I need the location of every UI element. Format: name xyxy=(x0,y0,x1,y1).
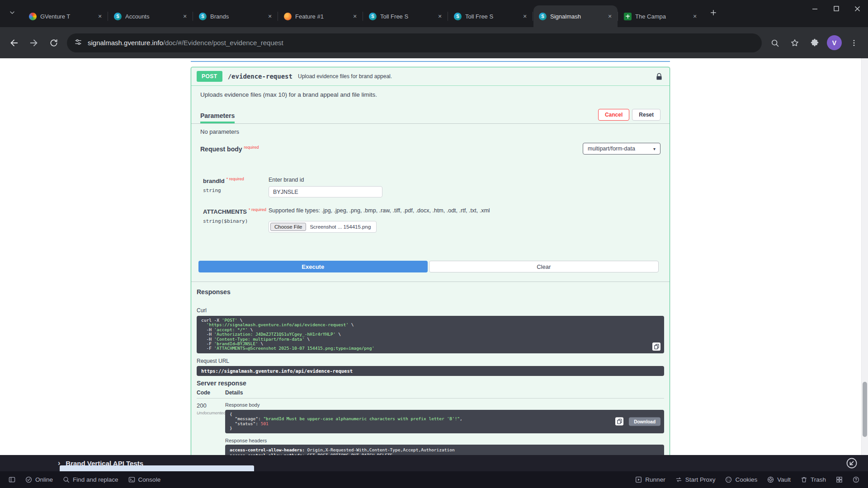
download-button[interactable]: Download xyxy=(629,417,660,426)
signalmash-favicon: S xyxy=(539,13,547,20)
tab-brands[interactable]: SBrands✕ xyxy=(193,5,278,27)
status-label: Vault xyxy=(777,476,791,483)
param-description: Supported file types: .jpg, .jpeg, .png,… xyxy=(269,207,670,214)
tab-close-button[interactable]: ✕ xyxy=(606,12,614,20)
tab-close-button[interactable]: ✕ xyxy=(691,12,699,20)
sheet-favicon xyxy=(624,13,632,20)
request-body-header: Request bodyrequired multipart/form-data… xyxy=(191,142,670,155)
status-grid[interactable] xyxy=(831,471,848,488)
tab-close-button[interactable]: ✕ xyxy=(266,12,274,20)
tab-close-button[interactable]: ✕ xyxy=(351,12,359,20)
tab-close-button[interactable]: ✕ xyxy=(96,12,104,20)
response-body-block: { "message": "brandId Must be upper-case… xyxy=(225,410,664,433)
brandid-input[interactable] xyxy=(269,186,382,197)
bookmark-star-button[interactable] xyxy=(785,33,804,52)
cookie-icon xyxy=(725,476,732,483)
tab-parameters[interactable]: Parameters xyxy=(200,112,235,123)
previous-block-edge xyxy=(191,58,670,62)
tab-accounts[interactable]: SAccounts✕ xyxy=(108,5,193,27)
execute-button[interactable]: Execute xyxy=(198,261,428,272)
signalmash-favicon: S xyxy=(114,13,122,20)
file-input[interactable]: Choose File Screenshot ... 154415.png xyxy=(269,221,377,233)
tab-gventure-t[interactable]: GVenture T✕ xyxy=(24,5,108,27)
trash-icon xyxy=(801,476,807,483)
tab-toll-free-s[interactable]: SToll Free S✕ xyxy=(448,5,533,27)
scrollbar[interactable] xyxy=(861,58,868,455)
minimize-button[interactable] xyxy=(804,0,826,17)
copy-curl-button[interactable] xyxy=(652,343,660,351)
status-cookies[interactable]: Cookies xyxy=(720,471,762,488)
grid-icon xyxy=(836,476,843,483)
reset-button[interactable]: Reset xyxy=(632,109,660,121)
clear-button[interactable]: Clear xyxy=(429,261,659,272)
response-table-header: Code Details xyxy=(197,389,664,399)
tab-feature-1[interactable]: Feature #1✕ xyxy=(278,5,363,27)
circle-arrow-icon[interactable] xyxy=(846,457,858,469)
param-name: brandId xyxy=(203,178,225,184)
url-text: signalmash.gventure.info/doc/#/Evidence/… xyxy=(88,39,283,47)
tab-title: Feature #1 xyxy=(295,13,347,20)
swagger-page: POST /evidence-request Upload evidence f… xyxy=(191,58,670,455)
opblock-summary[interactable]: POST /evidence-request Upload evidence f… xyxy=(191,67,670,86)
status-online[interactable]: Online xyxy=(20,471,58,488)
browser-content: POST /evidence-request Upload evidence f… xyxy=(0,58,868,455)
zoom-search-button[interactable] xyxy=(765,33,784,52)
request-url-label: Request URL xyxy=(197,358,664,364)
back-button[interactable] xyxy=(5,33,24,52)
vault-icon xyxy=(767,476,774,483)
plus-icon xyxy=(709,9,717,19)
proxy-icon xyxy=(675,476,682,483)
curl-label: Curl xyxy=(197,307,664,314)
browser-menu-button[interactable] xyxy=(844,33,863,52)
tab-search-button[interactable] xyxy=(5,6,20,21)
status-help[interactable] xyxy=(848,471,864,488)
content-type-select[interactable]: multipart/form-data ▾ xyxy=(583,143,660,155)
endpoint-path: /evidence-request xyxy=(228,73,292,80)
copy-response-button[interactable] xyxy=(615,418,623,426)
choose-file-button[interactable]: Choose File xyxy=(270,223,306,231)
lock-icon[interactable] xyxy=(656,73,662,80)
status-find-and-replace[interactable]: Find and replace xyxy=(58,471,123,488)
status-panel[interactable] xyxy=(4,471,20,488)
param-type: string($binary) xyxy=(203,218,269,224)
tab-title: GVenture T xyxy=(40,13,92,20)
postman-background-strip: › Brand Vertical API Tests xyxy=(0,455,868,471)
address-bar[interactable]: signalmash.gventure.info/doc/#/Evidence/… xyxy=(67,33,762,52)
profile-avatar[interactable]: V xyxy=(827,35,842,50)
postman-status-bar: OnlineFind and replaceConsole RunnerStar… xyxy=(0,471,868,488)
tab-close-button[interactable]: ✕ xyxy=(181,12,189,20)
request-url-value: https://signalmash.gventure.info/api/evi… xyxy=(197,366,664,376)
scrollbar-thumb[interactable] xyxy=(863,382,867,437)
status-label: Start Proxy xyxy=(685,476,716,483)
reload-button[interactable] xyxy=(44,33,63,52)
status-vault[interactable]: Vault xyxy=(762,471,796,488)
site-info-icon[interactable] xyxy=(74,38,82,48)
status-runner[interactable]: Runner xyxy=(630,471,670,488)
status-label: Runner xyxy=(645,476,665,483)
check-circle-icon xyxy=(25,476,32,483)
maximize-button[interactable] xyxy=(826,0,847,17)
status-label: Find and replace xyxy=(73,476,118,483)
status-console[interactable]: Console xyxy=(123,471,166,488)
window-controls xyxy=(804,0,868,17)
forward-button[interactable] xyxy=(24,33,43,52)
tab-the-campa[interactable]: The Campa✕ xyxy=(618,5,703,27)
close-window-button[interactable] xyxy=(847,0,868,17)
endpoint-description: Uploads evidence files (max 10) for a br… xyxy=(191,86,670,102)
tab-toll-free-s[interactable]: SToll Free S✕ xyxy=(363,5,448,27)
cancel-button[interactable]: Cancel xyxy=(598,109,629,121)
tab-close-button[interactable]: ✕ xyxy=(436,12,444,20)
extensions-button[interactable] xyxy=(805,33,824,52)
url-host: signalmash.gventure.info xyxy=(88,39,163,47)
new-tab-button[interactable] xyxy=(707,7,720,20)
status-start-proxy[interactable]: Start Proxy xyxy=(670,471,721,488)
postman-tab-strip xyxy=(60,465,254,471)
tab-close-button[interactable]: ✕ xyxy=(521,12,529,20)
gventure-favicon xyxy=(29,13,37,20)
response-headers-text: access-control-allow-headers: Origin,X-R… xyxy=(225,445,664,455)
request-body-text: Request body xyxy=(200,145,242,152)
tabs: GVenture T✕SAccounts✕SBrands✕Feature #1✕… xyxy=(24,5,703,27)
tab-signalmash[interactable]: SSignalmash✕ xyxy=(533,5,618,27)
status-trash[interactable]: Trash xyxy=(796,471,831,488)
required-badge: * required xyxy=(249,207,266,212)
